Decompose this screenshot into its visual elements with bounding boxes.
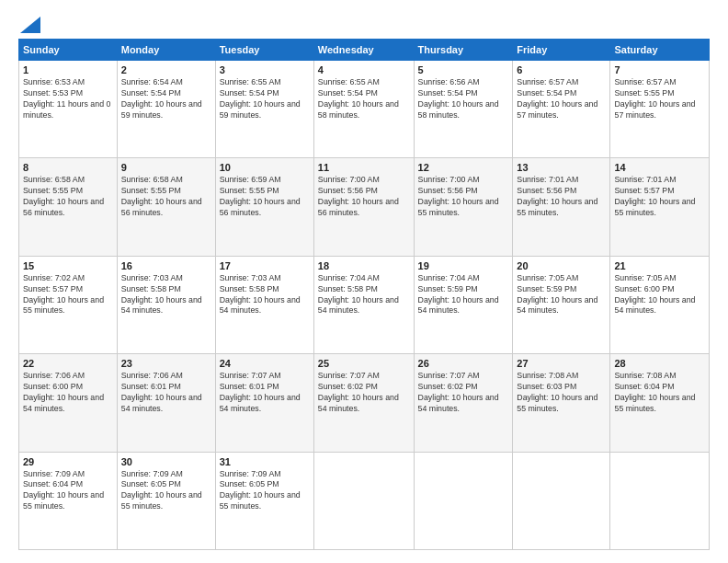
col-thursday: Thursday — [414, 40, 513, 61]
col-friday: Friday — [513, 40, 610, 61]
day-info: Sunrise: 6:58 AM Sunset: 5:55 PM Dayligh… — [23, 175, 113, 219]
day-info: Sunrise: 7:07 AM Sunset: 6:01 PM Dayligh… — [220, 371, 310, 415]
daylight-label: Daylight: 10 hours and 54 minutes. — [418, 393, 499, 413]
daylight-label: Daylight: 10 hours and 54 minutes. — [318, 295, 399, 316]
table-row: 2 Sunrise: 6:54 AM Sunset: 5:54 PM Dayli… — [117, 61, 215, 158]
sunset-label: Sunset: 6:04 PM — [614, 382, 674, 391]
sunrise-label: Sunrise: 7:03 AM — [121, 273, 183, 282]
day-number: 12 — [418, 162, 509, 173]
sunset-label: Sunset: 5:54 PM — [517, 88, 576, 98]
daylight-label: Daylight: 10 hours and 54 minutes. — [517, 295, 597, 316]
col-wednesday: Wednesday — [313, 40, 414, 61]
sunset-label: Sunset: 5:54 PM — [318, 88, 378, 98]
table-row: 14 Sunrise: 7:01 AM Sunset: 5:57 PM Dayl… — [610, 158, 710, 256]
daylight-label: Daylight: 10 hours and 54 minutes. — [121, 295, 202, 316]
day-number: 31 — [220, 456, 310, 467]
day-number: 28 — [614, 358, 705, 369]
day-info: Sunrise: 7:02 AM Sunset: 5:57 PM Dayligh… — [23, 273, 113, 317]
daylight-label: Daylight: 10 hours and 58 minutes. — [318, 99, 399, 120]
table-row: 17 Sunrise: 7:03 AM Sunset: 5:58 PM Dayl… — [215, 256, 313, 353]
day-number: 16 — [121, 260, 211, 271]
sunrise-label: Sunrise: 7:07 AM — [418, 371, 480, 380]
day-info: Sunrise: 6:55 AM Sunset: 5:54 PM Dayligh… — [318, 77, 410, 121]
sunset-label: Sunset: 6:05 PM — [220, 479, 279, 488]
daylight-label: Daylight: 11 hours and 0 minutes. — [23, 99, 110, 120]
calendar-header-row: Sunday Monday Tuesday Wednesday Thursday… — [19, 40, 710, 61]
sunrise-label: Sunrise: 7:07 AM — [220, 371, 281, 380]
daylight-label: Daylight: 10 hours and 55 minutes. — [517, 393, 597, 413]
day-number: 30 — [121, 456, 211, 467]
day-number: 7 — [614, 64, 705, 75]
day-number: 2 — [121, 64, 211, 75]
daylight-label: Daylight: 10 hours and 54 minutes. — [220, 393, 301, 413]
sunrise-label: Sunrise: 6:53 AM — [23, 77, 85, 86]
table-row: 8 Sunrise: 6:58 AM Sunset: 5:55 PM Dayli… — [19, 158, 118, 256]
day-number: 25 — [318, 358, 410, 369]
day-info: Sunrise: 7:00 AM Sunset: 5:56 PM Dayligh… — [318, 175, 410, 219]
sunset-label: Sunset: 5:54 PM — [121, 88, 181, 98]
day-info: Sunrise: 6:53 AM Sunset: 5:53 PM Dayligh… — [23, 77, 113, 121]
sunrise-label: Sunrise: 7:04 AM — [318, 273, 380, 282]
daylight-label: Daylight: 10 hours and 55 minutes. — [23, 295, 104, 316]
table-row — [414, 452, 513, 549]
day-number: 8 — [23, 162, 113, 173]
sunset-label: Sunset: 6:02 PM — [418, 382, 478, 391]
day-info: Sunrise: 7:05 AM Sunset: 5:59 PM Dayligh… — [517, 273, 606, 317]
sunrise-label: Sunrise: 7:06 AM — [23, 371, 85, 380]
sunrise-label: Sunrise: 6:59 AM — [220, 175, 281, 184]
day-info: Sunrise: 7:09 AM Sunset: 6:04 PM Dayligh… — [23, 469, 113, 513]
table-row: 23 Sunrise: 7:06 AM Sunset: 6:01 PM Dayl… — [117, 354, 215, 452]
sunset-label: Sunset: 5:58 PM — [121, 284, 181, 293]
day-info: Sunrise: 6:56 AM Sunset: 5:54 PM Dayligh… — [418, 77, 509, 121]
day-number: 1 — [23, 64, 113, 75]
table-row: 7 Sunrise: 6:57 AM Sunset: 5:55 PM Dayli… — [610, 61, 710, 158]
sunset-label: Sunset: 5:53 PM — [23, 88, 83, 98]
table-row: 25 Sunrise: 7:07 AM Sunset: 6:02 PM Dayl… — [313, 354, 414, 452]
sunrise-label: Sunrise: 7:03 AM — [220, 273, 281, 282]
sunrise-label: Sunrise: 7:09 AM — [23, 469, 85, 478]
calendar-week-row: 8 Sunrise: 6:58 AM Sunset: 5:55 PM Dayli… — [19, 158, 710, 256]
sunset-label: Sunset: 5:54 PM — [418, 88, 478, 98]
sunset-label: Sunset: 6:05 PM — [121, 479, 181, 488]
day-info: Sunrise: 7:08 AM Sunset: 6:03 PM Dayligh… — [517, 371, 606, 415]
daylight-label: Daylight: 10 hours and 59 minutes. — [121, 99, 202, 120]
table-row: 15 Sunrise: 7:02 AM Sunset: 5:57 PM Dayl… — [19, 256, 118, 353]
table-row: 30 Sunrise: 7:09 AM Sunset: 6:05 PM Dayl… — [117, 452, 215, 549]
sunrise-label: Sunrise: 7:02 AM — [23, 273, 85, 282]
sunset-label: Sunset: 6:00 PM — [23, 382, 83, 391]
table-row — [313, 452, 414, 549]
sunset-label: Sunset: 5:55 PM — [614, 88, 674, 98]
day-info: Sunrise: 7:03 AM Sunset: 5:58 PM Dayligh… — [121, 273, 211, 317]
sunset-label: Sunset: 6:04 PM — [23, 479, 83, 488]
table-row: 27 Sunrise: 7:08 AM Sunset: 6:03 PM Dayl… — [513, 354, 610, 452]
sunset-label: Sunset: 5:54 PM — [220, 88, 279, 98]
day-info: Sunrise: 7:06 AM Sunset: 6:00 PM Dayligh… — [23, 371, 113, 415]
sunrise-label: Sunrise: 6:55 AM — [318, 77, 380, 86]
table-row: 5 Sunrise: 6:56 AM Sunset: 5:54 PM Dayli… — [414, 61, 513, 158]
sunset-label: Sunset: 5:57 PM — [614, 186, 674, 195]
day-info: Sunrise: 6:54 AM Sunset: 5:54 PM Dayligh… — [121, 77, 211, 121]
day-info: Sunrise: 7:03 AM Sunset: 5:58 PM Dayligh… — [220, 273, 310, 317]
sunrise-label: Sunrise: 7:05 AM — [614, 273, 676, 282]
day-info: Sunrise: 6:55 AM Sunset: 5:54 PM Dayligh… — [220, 77, 310, 121]
table-row: 21 Sunrise: 7:05 AM Sunset: 6:00 PM Dayl… — [610, 256, 710, 353]
sunrise-label: Sunrise: 6:57 AM — [517, 77, 578, 86]
sunrise-label: Sunrise: 7:08 AM — [517, 371, 578, 380]
day-number: 26 — [418, 358, 509, 369]
sunset-label: Sunset: 5:59 PM — [517, 284, 576, 293]
day-info: Sunrise: 7:04 AM Sunset: 5:59 PM Dayligh… — [418, 273, 509, 317]
daylight-label: Daylight: 10 hours and 56 minutes. — [121, 197, 202, 217]
header — [18, 17, 710, 29]
day-number: 9 — [121, 162, 211, 173]
day-info: Sunrise: 7:08 AM Sunset: 6:04 PM Dayligh… — [614, 371, 705, 415]
daylight-label: Daylight: 10 hours and 55 minutes. — [23, 490, 104, 511]
day-info: Sunrise: 6:59 AM Sunset: 5:55 PM Dayligh… — [220, 175, 310, 219]
table-row: 13 Sunrise: 7:01 AM Sunset: 5:56 PM Dayl… — [513, 158, 610, 256]
daylight-label: Daylight: 10 hours and 56 minutes. — [220, 197, 301, 217]
daylight-label: Daylight: 10 hours and 55 minutes. — [614, 197, 695, 217]
day-number: 15 — [23, 260, 113, 271]
calendar-week-row: 29 Sunrise: 7:09 AM Sunset: 6:04 PM Dayl… — [19, 452, 710, 549]
day-number: 13 — [517, 162, 606, 173]
sunrise-label: Sunrise: 6:56 AM — [418, 77, 480, 86]
day-info: Sunrise: 7:09 AM Sunset: 6:05 PM Dayligh… — [121, 469, 211, 513]
